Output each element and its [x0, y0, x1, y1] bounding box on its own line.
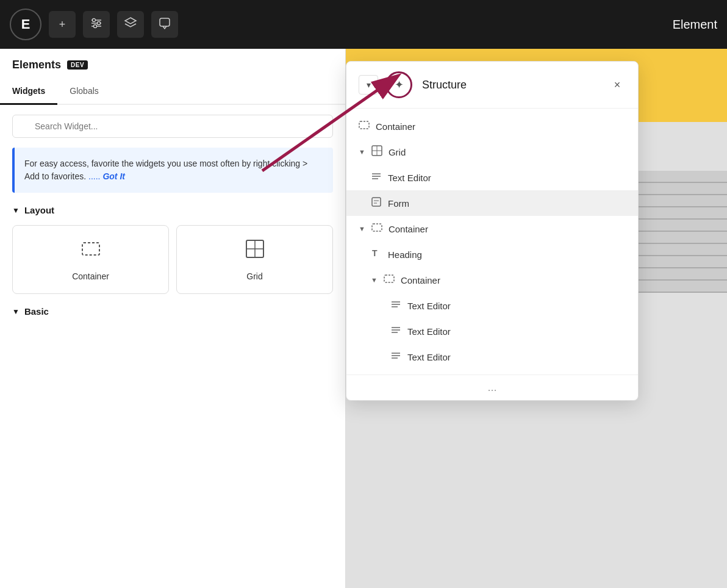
structure-tree: Container ▼ Grid — [346, 109, 638, 375]
dev-badge: DEV — [67, 60, 88, 70]
texteditor4-icon — [390, 350, 401, 364]
container3-label: Container — [401, 275, 440, 285]
logo-letter: E — [21, 16, 30, 32]
top-toolbar: E + E — [0, 0, 727, 49]
panel-title: Elements — [12, 59, 61, 71]
svg-point-4 — [98, 21, 101, 24]
tree-item-texteditor2[interactable]: Text Editor — [346, 293, 638, 318]
structure-close-button[interactable]: × — [609, 76, 626, 93]
form1-icon — [371, 196, 382, 210]
container2-icon — [371, 222, 382, 235]
texteditor2-icon — [390, 299, 401, 312]
svg-rect-8 — [82, 243, 99, 255]
layers-icon — [124, 16, 137, 33]
got-it-link[interactable]: Got It — [102, 171, 125, 181]
basic-section-title: ▼ Basic — [12, 306, 333, 317]
ai-sparkle-icon: ✦ — [395, 78, 404, 91]
grid1-toggle-icon: ▼ — [359, 148, 365, 156]
container3-toggle-icon: ▼ — [371, 276, 378, 284]
panel-tabs: Widgets Globals — [0, 79, 345, 105]
widget-card-container[interactable]: Container — [12, 225, 169, 294]
svg-point-3 — [93, 18, 96, 21]
svg-rect-12 — [359, 121, 369, 129]
tab-widgets[interactable]: Widgets — [0, 79, 57, 105]
customize-icon — [90, 17, 102, 32]
layout-section-title: ▼ Layout — [12, 205, 333, 215]
info-box: For easy access, favorite the widgets yo… — [12, 148, 333, 193]
top-right-label: Element — [673, 18, 717, 32]
chat-button[interactable] — [151, 11, 178, 38]
footer-dots: ... — [487, 381, 496, 393]
tree-item-texteditor3[interactable]: Text Editor — [346, 318, 638, 344]
structure-panel: ▾ ✦ Structure × Container — [346, 61, 639, 401]
widget-card-grid[interactable]: Grid — [176, 225, 333, 294]
texteditor1-label: Text Editor — [388, 173, 431, 183]
texteditor3-icon — [390, 324, 401, 338]
tab-globals[interactable]: Globals — [57, 79, 110, 105]
container1-label: Container — [376, 121, 415, 132]
svg-text:T: T — [372, 248, 378, 258]
info-text: For easy access, favorite the widgets yo… — [24, 159, 307, 181]
search-wrapper: 🔍 — [12, 115, 333, 138]
layers-button[interactable] — [117, 11, 144, 38]
basic-section: ▼ Basic — [0, 306, 345, 317]
form1-label: Form — [388, 198, 409, 209]
texteditor1-icon — [371, 171, 382, 184]
texteditor2-label: Text Editor — [407, 301, 451, 311]
svg-rect-19 — [372, 198, 381, 206]
add-button[interactable]: + — [49, 11, 76, 38]
structure-footer: ... — [346, 375, 638, 400]
info-dots: ..... — [88, 171, 100, 181]
container-widget-label: Container — [72, 271, 109, 281]
tree-item-texteditor1[interactable]: Text Editor — [346, 165, 638, 190]
basic-arrow-icon: ▼ — [12, 307, 20, 316]
widgets-grid: Container Grid — [12, 225, 333, 294]
close-icon: × — [614, 79, 621, 91]
grid1-label: Grid — [389, 147, 406, 157]
chat-icon — [159, 17, 171, 32]
svg-rect-22 — [372, 224, 382, 231]
heading1-label: Heading — [388, 249, 422, 260]
texteditor4-label: Text Editor — [407, 352, 451, 362]
grid-widget-icon — [244, 238, 266, 264]
tree-item-texteditor4[interactable]: Text Editor — [346, 344, 638, 370]
svg-rect-7 — [160, 18, 170, 26]
svg-marker-6 — [125, 18, 136, 24]
panel-header: Elements DEV — [0, 49, 345, 71]
left-panel: Elements DEV Widgets Globals 🔍 For easy … — [0, 49, 346, 588]
structure-header: ▾ ✦ Structure × — [346, 62, 638, 109]
grid-widget-label: Grid — [246, 271, 262, 281]
tree-item-heading1[interactable]: T Heading — [346, 242, 638, 267]
search-area: 🔍 — [0, 105, 345, 148]
container3-icon — [384, 273, 395, 287]
tree-item-grid1[interactable]: ▼ Grid — [346, 139, 638, 165]
structure-ai-button[interactable]: ✦ — [385, 71, 412, 98]
elementor-logo[interactable]: E — [10, 9, 41, 40]
container2-label: Container — [389, 224, 428, 234]
structure-title: Structure — [422, 79, 604, 91]
container2-toggle-icon: ▼ — [359, 225, 365, 232]
texteditor3-label: Text Editor — [407, 326, 451, 337]
tree-item-container1[interactable]: Container — [346, 113, 638, 139]
tree-item-container2[interactable]: ▼ Container — [346, 216, 638, 242]
svg-point-5 — [94, 24, 97, 27]
heading1-icon: T — [371, 248, 382, 261]
structure-nav-button[interactable]: ▾ — [359, 75, 378, 95]
grid1-icon — [371, 145, 382, 159]
main-area: Elements DEV Widgets Globals 🔍 For easy … — [0, 49, 727, 588]
container1-icon — [359, 120, 370, 133]
add-icon: + — [59, 18, 66, 31]
tree-item-form1[interactable]: Form — [346, 190, 638, 216]
customize-button[interactable] — [83, 11, 110, 38]
layout-section: ▼ Layout Container — [0, 193, 345, 306]
layout-arrow-icon: ▼ — [12, 206, 20, 215]
nav-dropdown-icon: ▾ — [367, 80, 371, 90]
svg-rect-24 — [384, 275, 394, 282]
search-input[interactable] — [12, 115, 333, 138]
tree-item-container3[interactable]: ▼ Container — [346, 267, 638, 293]
container-widget-icon — [80, 238, 102, 264]
